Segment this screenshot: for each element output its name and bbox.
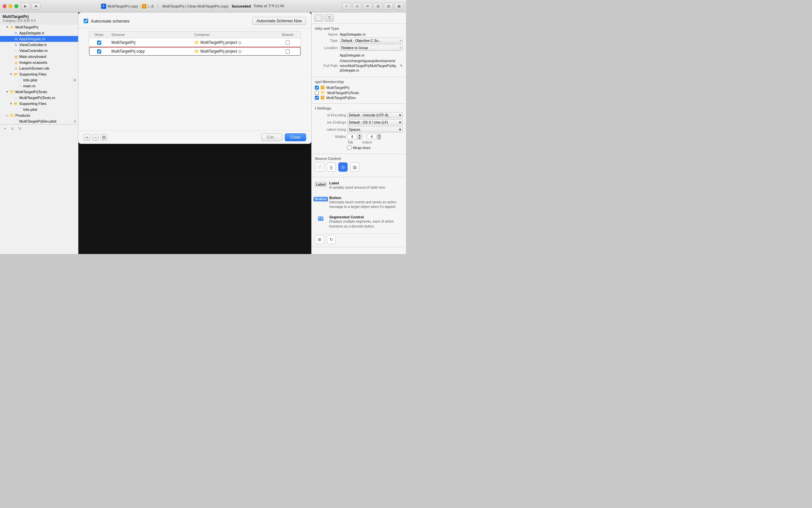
sc-blame-btn[interactable]: ▤ [350, 163, 359, 172]
autocreate-now-button[interactable]: Autocreate Schemes Now [252, 17, 306, 25]
project-name[interactable]: MultiTargetPrj [3, 14, 76, 19]
expand-arrow: ▼ [5, 25, 9, 29]
breadcrumb-project[interactable]: MultiTargetPrj copy [107, 4, 138, 8]
member-2-checkbox[interactable] [315, 91, 319, 95]
sidebar-item-main-storyboard[interactable]: ▷ ▦ Main.storyboard [0, 54, 78, 59]
text-encoding-value: Default - Unicode (UTF-8) [349, 113, 388, 117]
fullpath-value: /Users/zhangshiguang/development/mine/Mu… [340, 58, 396, 73]
member-2-icon: 📁 [321, 91, 325, 95]
sidebar-item-multitargetprjtests[interactable]: ▼ 📁 MultiTargetPrjTests [0, 89, 78, 95]
sidebar-item-project-root[interactable]: ▼ 📁 MultiTargetPrj [0, 24, 78, 30]
sc-diff-btn[interactable]: {} [327, 163, 336, 172]
remove-scheme-button[interactable]: − [92, 134, 99, 140]
breadcrumb-file[interactable]: i...6 [148, 4, 153, 8]
main-area: MultiTargetPrj 3 targets, iOS SDK 8.4 ▼ … [0, 12, 406, 254]
sidebar-label-appdelegate-h: AppDelegate.h [19, 31, 44, 35]
tab-width-up[interactable]: ▲ [357, 134, 362, 137]
indent-using-value: Spaces [349, 127, 360, 131]
scheme-1-shared-checkbox[interactable] [285, 41, 290, 45]
location-dropdown[interactable]: Relative to Group ▾ [340, 45, 403, 51]
scheme-2-container-icon: 📁 [194, 49, 199, 54]
line-endings-arrow: ▾ [399, 120, 401, 124]
sidebar-label-launchscreen-xib: LaunchScreen.xib [19, 67, 49, 70]
h-file-icon: h [14, 31, 18, 35]
col-header-scheme: Scheme [109, 33, 192, 37]
play-button[interactable]: ▶ [21, 3, 30, 10]
filter-button[interactable]: ⌥ [17, 126, 22, 131]
sidebar-item-supporting-files-2[interactable]: ▼ 📂 Supporting Files [0, 101, 78, 107]
indent-width-up[interactable]: ▲ [377, 134, 381, 137]
name-display-row: AppDelegate.m [315, 52, 403, 58]
minimize-button[interactable] [8, 4, 12, 8]
quick-help-btn[interactable]: ? [325, 14, 334, 22]
type-dropdown[interactable]: Default - Objective-C So... ▾ [340, 38, 403, 43]
member-3-checkbox[interactable] [315, 96, 319, 100]
text-encoding-dropdown[interactable]: Default - Unicode (UTF-8) ▾ [347, 112, 403, 118]
sidebar-item-products[interactable]: ▷ 📁 Products [0, 113, 78, 118]
status-time: Today at 下午11:40 [253, 4, 284, 8]
sidebar-item-images-xcassets[interactable]: ▷ ◈ Images.xcassets [0, 59, 78, 66]
indent-stepper: ▲ ▼ [367, 134, 381, 139]
close-button-dialog[interactable]: Close [285, 133, 306, 141]
sc-history-btn[interactable]: ⊙ [338, 163, 347, 172]
scheme-row-2[interactable]: MultiTargetPrj copy 📁 MultiTargetPrj pro… [89, 47, 300, 55]
inspector-btn[interactable]: ▦ [394, 3, 403, 10]
scheme-1-container-icon: 📁 [194, 40, 199, 45]
breadcrumb: X MultiTargetPrj copy › ● i...6 | MultiT… [43, 4, 342, 9]
sidebar-label-main-m: main.m [23, 84, 36, 88]
sidebar-item-supporting-files-1[interactable]: ▼ 📂 Supporting Files [0, 71, 78, 77]
col-header-container: Container [192, 33, 275, 37]
settings-scheme-button[interactable]: ⚙ [101, 134, 107, 140]
info-plist-badge: M [74, 79, 76, 82]
wrap-lines-row: Wrap lines [315, 145, 403, 150]
sc-file-btn[interactable]: 📄 [315, 163, 324, 172]
member-1-checkbox[interactable] [315, 86, 319, 90]
indent-width-input[interactable] [367, 134, 377, 139]
add-file-button[interactable]: + [3, 126, 8, 131]
lib-grid-btn[interactable]: ⊞ [315, 235, 324, 244]
text-encoding-arrow: ▾ [399, 113, 401, 117]
sidebar-item-info-plist-1[interactable]: ▷ 📄 Info.plist M [0, 77, 78, 83]
indent-width-down[interactable]: ▼ [377, 137, 381, 139]
stop-button[interactable]: ■ [31, 3, 41, 10]
scheme-1-checkbox[interactable] [97, 41, 101, 45]
indent-using-dropdown[interactable]: Spaces ▾ [347, 127, 403, 132]
scheme-2-checkbox[interactable] [97, 49, 101, 54]
scheme-table-header: Show Scheme Container Shared [89, 31, 300, 38]
file-inspector-btn[interactable]: 📄 [314, 14, 323, 22]
back-forward-btn[interactable]: ⇄ [363, 3, 372, 10]
status-text: MultiTargetPrj | Clean MultiTargetPrj co… [162, 4, 229, 8]
close-button[interactable] [3, 4, 6, 8]
warning-button[interactable]: ⚠ [10, 126, 15, 131]
line-endings-dropdown[interactable]: Default - OS X / Unix (LF) ▾ [347, 119, 403, 125]
edit-button[interactable]: Edit... [261, 133, 283, 141]
nav-left-btn[interactable]: ≡ [342, 3, 351, 10]
wrap-lines-checkbox[interactable] [347, 145, 351, 150]
storyboard-icon: ▦ [14, 54, 18, 59]
scheme-row-1[interactable]: MultiTargetPrj 📁 MultiTargetPrj project … [89, 38, 300, 47]
name-value: AppDelegate.m [340, 32, 403, 36]
tab-width-input[interactable] [347, 134, 357, 139]
sidebar-item-tests-m[interactable]: ▷ m MultiTargetPrjTests.m [0, 95, 78, 101]
fullscreen-button[interactable] [14, 4, 18, 8]
sidebar-item-viewcontroller-m[interactable]: ▷ m ViewController.m [0, 48, 78, 54]
autocreate-checkbox[interactable] [84, 18, 88, 23]
sidebar-item-appdelegate-h[interactable]: ▷ h AppDelegate.h [0, 30, 78, 36]
sidebar-item-multitargetprjdev-plist[interactable]: ▷ 📄 MultiTargetPrjDev.plist A [0, 118, 78, 124]
fullpath-edit-icon[interactable]: ✎ [400, 64, 403, 68]
lib-refresh-btn[interactable]: ↻ [327, 235, 336, 244]
sidebar-item-launchscreen-xib[interactable]: ▷ ◈ LaunchScreen.xib [0, 66, 78, 71]
sidebar-item-main-m[interactable]: ▷ m main.m [0, 83, 78, 89]
sidebar-item-info-plist-2[interactable]: ▷ 📄 Info.plist [0, 107, 78, 113]
sidebar-label-tests-m: MultiTargetPrjTests.m [19, 96, 55, 100]
sidebar-item-appdelegate-m[interactable]: ▷ m AppDelegate.m [0, 36, 78, 42]
lib-segmented-icon: 1 2 [315, 215, 327, 222]
split-btn[interactable]: ▥ [384, 3, 393, 10]
right-panel: 📄 ? ntity and Type Name AppDelegate.m Ty… [311, 12, 406, 254]
add-scheme-button[interactable]: + [84, 134, 90, 140]
editor-btn[interactable]: ▤ [373, 3, 382, 10]
scheme-2-shared-checkbox[interactable] [285, 49, 290, 54]
activity-btn[interactable]: ◎ [352, 3, 362, 10]
tab-width-down[interactable]: ▼ [357, 137, 362, 139]
sidebar-item-viewcontroller-h[interactable]: ▷ h ViewController.h [0, 42, 78, 48]
